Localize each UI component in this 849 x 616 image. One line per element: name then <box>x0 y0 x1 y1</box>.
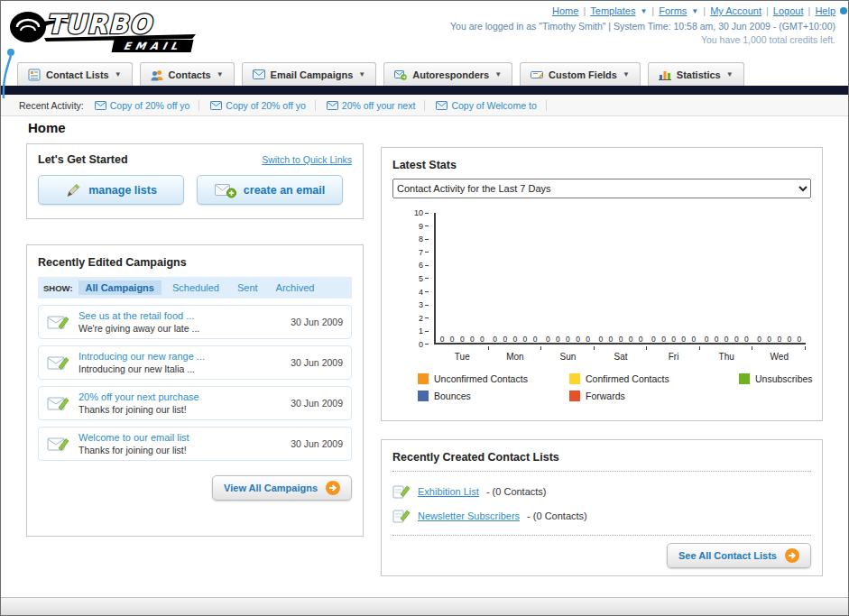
campaign-edit-icon <box>47 354 70 372</box>
divider <box>392 535 811 536</box>
envelope-icon <box>327 101 338 110</box>
tab-archived[interactable]: Archived <box>269 280 322 295</box>
recent-campaigns-title: Recently Edited Campaigns <box>38 256 352 269</box>
y-tick-label: 6 <box>419 261 423 270</box>
switch-quick-links-link[interactable]: Switch to Quick Links <box>262 154 352 165</box>
manage-lists-button[interactable]: manage lists <box>38 175 184 205</box>
nav-tab-contacts[interactable]: Contacts▼ <box>140 62 235 86</box>
legend-entry: Forwards <box>569 391 739 401</box>
y-tick-label: 5 <box>419 274 423 283</box>
email-campaigns-icon <box>253 69 265 79</box>
campaign-subtitle: We're giving away our late ... <box>78 323 282 334</box>
nav-tab-label: Contacts <box>169 69 211 80</box>
legend-entry: Unconfirmed Contacts <box>418 373 569 384</box>
logo-sub-text: EMAIL <box>123 40 184 52</box>
link-separator: | <box>808 5 811 16</box>
chart-x-axis-labels: Tue Mon Sun Sat Fri Thu Wed <box>436 352 806 362</box>
header-link-my-account[interactable]: My Account <box>710 5 761 16</box>
recent-activity-item-label: Copy of Welcome to <box>451 100 536 111</box>
stats-period-select[interactable]: Contact Activity for the Last 7 Days <box>392 179 811 198</box>
recent-activity-bar: Recent Activity: Copy of 20% off yo Copy… <box>1 95 848 116</box>
bar-group: 0 0 0 0 0 <box>595 213 648 345</box>
y-tick-label: 2 <box>419 314 423 323</box>
view-all-campaigns-button[interactable]: View All Campaigns <box>212 475 352 501</box>
contact-list-link[interactable]: Newsletter Subscribers <box>418 510 520 521</box>
page-title: Home <box>28 120 66 135</box>
chart-legend: Unconfirmed Contacts Confirmed Contacts … <box>418 373 811 401</box>
y-tick-label: 1 <box>419 326 423 336</box>
campaign-link[interactable]: Introducing our new range ... <box>78 351 282 362</box>
tab-scheduled[interactable]: Scheduled <box>165 280 226 295</box>
campaign-row[interactable]: Introducing our new range ... Introducin… <box>38 345 352 380</box>
campaign-date: 30 Jun 2009 <box>291 438 343 449</box>
nav-tab-email-campaigns[interactable]: Email Campaigns▼ <box>242 62 377 86</box>
x-tick-label: Tue <box>436 352 489 362</box>
y-tick-label: 9 <box>419 222 423 231</box>
tab-all-campaigns[interactable]: All Campaigns <box>78 280 161 295</box>
legend-label: Unconfirmed Contacts <box>434 373 528 384</box>
legend-label: Forwards <box>586 391 625 401</box>
header-link-help[interactable]: Help <box>815 5 835 16</box>
contact-list-row[interactable]: Exhibition List - (0 Contacts) <box>392 479 811 503</box>
legend-swatch-forwards <box>569 391 580 401</box>
nav-tab-custom-fields[interactable]: Custom Fields▼ <box>520 62 641 86</box>
y-tick-label: 8 <box>419 234 423 244</box>
logo-brand-text: TURBO <box>46 9 154 40</box>
recent-activity-item[interactable]: 20% off your next <box>327 100 426 111</box>
legend-label: Confirmed Contacts <box>586 373 669 384</box>
login-status-text: You are logged in as "Timothy Smith" | S… <box>450 21 835 32</box>
nav-tab-label: Custom Fields <box>549 69 617 80</box>
x-tick-label: Sat <box>595 352 648 362</box>
campaign-date: 30 Jun 2009 <box>291 357 343 368</box>
legend-label: Bounces <box>434 391 471 401</box>
header-dot <box>840 7 847 14</box>
contact-activity-chart: 10 9 8 7 6 5 4 3 2 1 0 0 0 0 0 0 0 0 0 0… <box>392 209 811 364</box>
contact-list-row[interactable]: Newsletter Subscribers - (0 Contacts) <box>392 503 811 528</box>
link-separator: | <box>703 5 706 16</box>
envelope-plus-icon <box>215 182 236 198</box>
latest-stats-title: Latest Stats <box>392 159 811 171</box>
campaign-link[interactable]: See us at the retail food ... <box>78 310 282 321</box>
contact-list-link[interactable]: Exhibition List <box>418 486 479 497</box>
autoresponders-icon <box>394 69 407 80</box>
x-tick-label: Wed <box>752 352 806 362</box>
nav-tab-contact-lists[interactable]: Contact Lists▼ <box>17 62 133 86</box>
campaign-link[interactable]: Welcome to our email list <box>78 432 282 443</box>
bar-value-labels: 0 0 0 0 0 <box>541 335 595 344</box>
campaign-subtitle: Thanks for joining our list! <box>78 404 282 415</box>
chevron-down-icon: ▼ <box>726 70 734 78</box>
y-tick-label: 4 <box>419 288 423 297</box>
contacts-icon <box>151 69 163 81</box>
y-tick-label: 0 <box>419 340 423 349</box>
campaign-row[interactable]: See us at the retail food ... We're givi… <box>38 305 352 339</box>
bar-group: 0 0 0 0 0 <box>647 213 700 345</box>
header-link-home[interactable]: Home <box>552 5 578 16</box>
see-all-contact-lists-label: See All Contact Lists <box>678 550 777 561</box>
campaign-subtitle: Thanks for joining our list! <box>78 445 282 455</box>
bar-group: 0 0 0 0 0 <box>700 213 753 345</box>
campaign-row[interactable]: 20% off your next purchase Thanks for jo… <box>38 386 352 420</box>
recent-activity-item[interactable]: Copy of 20% off yo <box>210 100 316 111</box>
get-started-title: Let's Get Started <box>38 153 128 166</box>
nav-tab-statistics[interactable]: Statistics▼ <box>648 62 744 86</box>
campaign-row[interactable]: Welcome to our email list Thanks for joi… <box>38 427 352 461</box>
divider <box>392 471 811 472</box>
tab-sent[interactable]: Sent <box>230 280 265 295</box>
recent-campaigns-panel: Recently Edited Campaigns SHOW: All Camp… <box>26 244 364 537</box>
legend-entry: Confirmed Contacts <box>569 373 739 384</box>
credits-text: You have 1,000 total credits left. <box>701 34 835 45</box>
campaign-subtitle: Introducing our new Italia ... <box>78 363 282 374</box>
nav-tab-autoresponders[interactable]: Autoresponders▼ <box>383 62 512 86</box>
see-all-contact-lists-button[interactable]: See All Contact Lists <box>667 543 811 568</box>
header-link-logout[interactable]: Logout <box>773 5 804 16</box>
recent-activity-item[interactable]: Copy of Welcome to <box>436 100 546 111</box>
campaign-link[interactable]: 20% off your next purchase <box>78 391 282 402</box>
create-email-button[interactable]: create an email <box>197 175 343 205</box>
header-link-templates[interactable]: Templates <box>590 5 635 16</box>
logo-graphic: TURBO EMAIL <box>6 4 237 54</box>
campaign-edit-icon <box>47 435 70 454</box>
get-started-panel: Let's Get Started Switch to Quick Links … <box>26 143 364 219</box>
recent-activity-item[interactable]: Copy of 20% off yo <box>95 100 200 111</box>
contact-list-count: - (0 Contacts) <box>527 510 587 521</box>
header-link-forms[interactable]: Forms <box>659 5 687 16</box>
